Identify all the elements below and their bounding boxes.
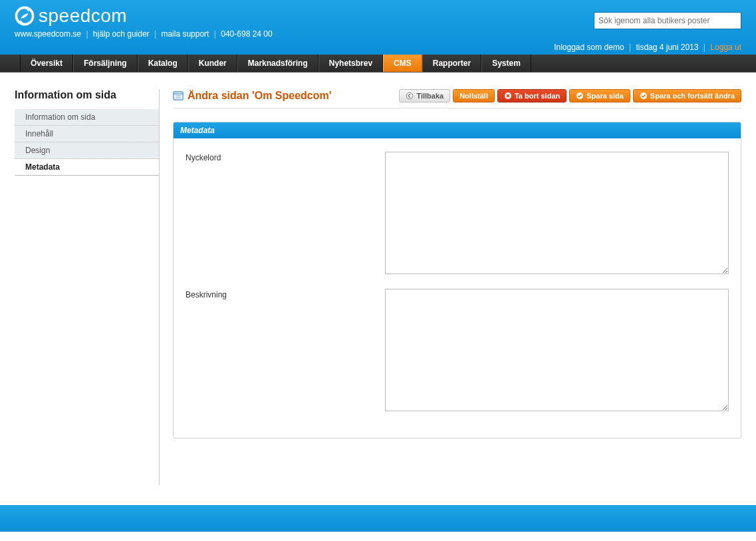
link-help[interactable]: hjälp och guider [93,29,150,39]
panel-head: Metadata [174,122,741,138]
sidebar: Information om sida Information om sida … [15,89,160,485]
check-icon [640,92,648,100]
header-right: Inloggad som demo | tisdag 4 juni 2013 |… [554,12,741,52]
nav-katalog[interactable]: Katalog [138,55,188,72]
search-input[interactable] [594,12,741,29]
delete-button[interactable]: Ta bort sidan [497,89,567,102]
nav-marknadsforing[interactable]: Marknadsföring [237,55,318,72]
footer [0,505,756,532]
page-title: Ändra sidan 'Om Speedcom' [173,90,332,102]
back-button-label: Tillbaka [416,92,443,100]
back-button[interactable]: Tillbaka [399,89,450,102]
sidebar-item-design[interactable]: Design [15,142,159,159]
logged-in-text: Inloggad som demo [554,43,624,52]
sidebar-list: Information om sida Innehåll Design Meta… [15,109,159,176]
metadata-panel: Metadata Nyckelord Beskrivning [173,122,741,439]
phone-number: 040-698 24 00 [221,29,272,39]
keywords-label: Nyckelord [186,152,385,274]
reset-button[interactable]: Nollställ [453,89,495,102]
svg-point-5 [406,92,413,99]
keywords-textarea[interactable] [385,152,729,274]
sidebar-item-information[interactable]: Information om sida [15,109,159,126]
main-content: Ändra sidan 'Om Speedcom' Tillbaka Nolls… [173,89,741,485]
delete-icon [504,92,512,100]
check-icon [576,92,584,100]
header-status: Inloggad som demo | tisdag 4 juni 2013 |… [554,43,741,52]
action-buttons: Tillbaka Nollställ Ta bort sidan Spara s… [399,89,741,102]
nav-cms[interactable]: CMS [383,55,422,72]
current-date: tisdag 4 juni 2013 [636,43,698,52]
keywords-row: Nyckelord [186,152,729,274]
delete-button-label: Ta bort sidan [515,92,560,100]
separator: | [214,29,216,39]
separator: | [703,43,705,52]
nav-oversikt[interactable]: Översikt [20,55,73,72]
brand-name: speedcom [39,5,127,27]
save-continue-button[interactable]: Spara och fortsätt ändra [633,89,741,102]
link-site[interactable]: www.speedcom.se [15,29,81,39]
main-nav: Översikt Försäljning Katalog Kunder Mark… [0,55,756,73]
page-title-text: Ändra sidan 'Om Speedcom' [188,90,332,102]
description-textarea[interactable] [385,289,729,411]
link-mail-support[interactable]: maila support [161,29,209,39]
nav-system[interactable]: System [481,55,531,72]
logout-link[interactable]: Logga ut [710,43,741,52]
sidebar-title: Information om sida [15,89,159,101]
description-label: Beskrivning [186,289,385,411]
nav-forsaljning[interactable]: Försäljning [73,55,138,72]
nav-rapporter[interactable]: Rapporter [422,55,481,72]
header: speedcom www.speedcom.se | hjälp och gui… [0,0,756,55]
panel-body: Nyckelord Beskrivning [174,138,741,438]
back-arrow-icon [406,92,414,100]
separator: | [629,43,631,52]
save-button[interactable]: Spara sida [569,89,630,102]
nav-kunder[interactable]: Kunder [188,55,237,72]
separator: | [154,29,156,39]
separator: | [86,29,88,39]
description-row: Beskrivning [186,289,729,411]
page-icon [173,90,184,101]
save-continue-button-label: Spara och fortsätt ändra [650,92,735,100]
reset-button-label: Nollställ [459,92,488,100]
sidebar-item-innehall[interactable]: Innehåll [15,126,159,142]
sidebar-item-metadata[interactable]: Metadata [15,159,159,176]
speedcom-logo-icon [15,6,35,26]
page-head: Ändra sidan 'Om Speedcom' Tillbaka Nolls… [173,89,741,108]
content-wrap: Information om sida Information om sida … [0,73,756,505]
nav-nyhetsbrev[interactable]: Nyhetsbrev [318,55,383,72]
nav-spacer [0,55,20,72]
save-button-label: Spara sida [586,92,624,100]
